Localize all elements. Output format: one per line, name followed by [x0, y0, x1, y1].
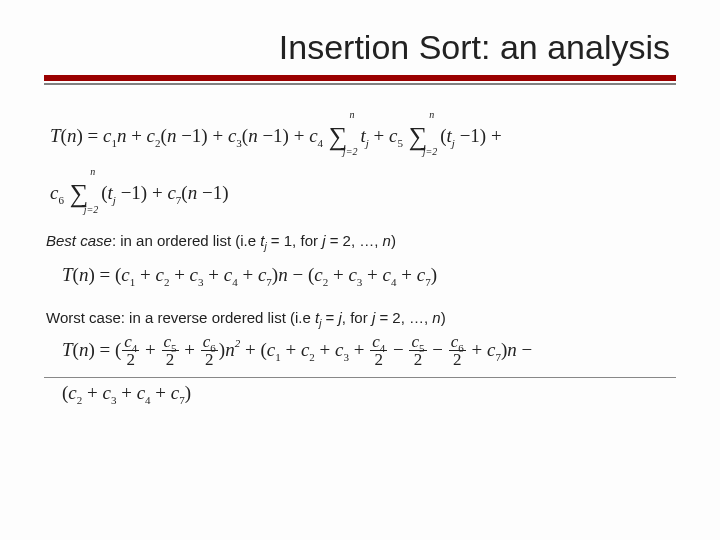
divider-line	[44, 377, 676, 378]
equation-worst-case-line2: (c2 + c3 + c4 + c7)	[62, 382, 676, 404]
equation-T-general-line1: T(n) = c1n + c2(n −1) + c3(n −1) + c4 ∑n…	[50, 109, 676, 158]
title-rule	[44, 75, 676, 85]
best-case-line: Best case: in an ordered list (i.e tj = …	[46, 232, 676, 249]
rule-gray	[44, 83, 676, 85]
equation-T-general-line2: c6 ∑nj=2(tj −1) + c7(n −1)	[50, 166, 676, 215]
equation-worst-case-line1: T(n) = (c42 + c52 + c62)n2 + (c1 + c2 + …	[62, 334, 676, 369]
equation-best-case: T(n) = (c1 + c2 + c3 + c4 + c7)n − (c2 +…	[62, 257, 676, 293]
rule-red	[44, 75, 676, 81]
slide-title: Insertion Sort: an analysis	[44, 28, 676, 67]
worst-case-line: Worst case: in a reverse ordered list (i…	[46, 309, 676, 326]
worst-case-label: Worst case:	[46, 309, 125, 326]
slide: Insertion Sort: an analysis T(n) = c1n +…	[0, 0, 720, 432]
best-case-label: Best case	[46, 232, 112, 249]
